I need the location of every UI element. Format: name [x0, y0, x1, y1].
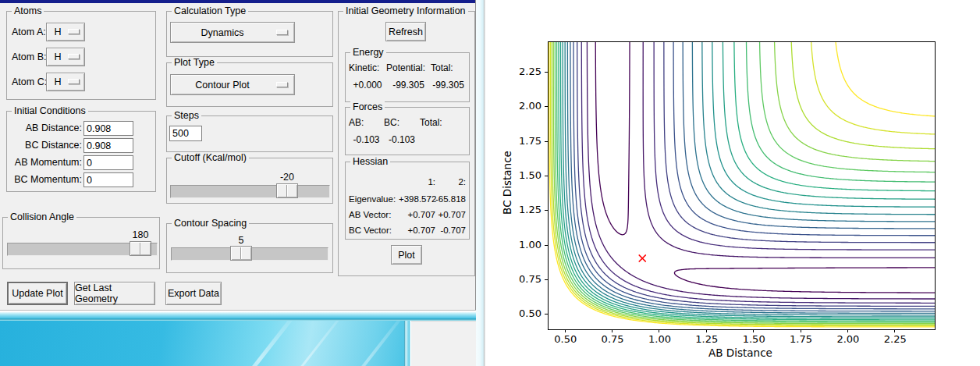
energy-header: Total:	[431, 62, 466, 73]
hessian-title: Hessian	[350, 156, 390, 168]
calculation-type-dropdown[interactable]: Dynamics	[170, 22, 295, 43]
energy-group: Energy Kinetic:Potential:Total: +0.000-9…	[345, 52, 470, 102]
dropdown-indicator-icon	[276, 30, 288, 35]
contour-spacing-slider-handle[interactable]	[230, 246, 252, 261]
initial-conditions-group: Initial Conditions AB Distance:BC Distan…	[6, 111, 156, 192]
contour-spacing-value: 5	[239, 235, 244, 247]
y-tick-label: 2.00	[510, 100, 541, 112]
collision-angle-slider[interactable]	[7, 243, 158, 256]
atom-dropdown-c[interactable]: H	[46, 73, 85, 91]
initial-condition-label: AB Distance:	[9, 123, 82, 134]
screen: { "window": { "atoms": { "title": "Atoms…	[0, 0, 980, 366]
atom-dropdown-value: H	[54, 76, 61, 87]
refresh-button[interactable]: Refresh	[385, 22, 426, 41]
forces-title: Forces	[350, 101, 385, 113]
hessian-cell: +0.707	[399, 225, 435, 236]
initial-condition-label: AB Momentum:	[9, 157, 82, 169]
wallpaper-streak	[219, 321, 299, 366]
cutoff-value: -20	[280, 172, 294, 183]
atom-row-label: Atom A:	[12, 27, 46, 38]
contour-plot-window: 0.500.751.001.251.501.752.002.250.500.75…	[476, 0, 980, 366]
cutoff-slider-handle[interactable]	[276, 183, 298, 198]
x-tick-label: 0.75	[602, 333, 624, 345]
initial-geometry-group: Initial Geometry Information Refresh Ene…	[338, 11, 475, 276]
atom-dropdown-a[interactable]: H	[46, 23, 85, 41]
x-tick-mark	[847, 329, 848, 332]
update-plot-button[interactable]: Update Plot	[7, 282, 68, 305]
atom-dropdown-b[interactable]: H	[46, 48, 85, 66]
forces-value: -0.103	[349, 134, 384, 145]
plot-type-group: Plot Type Contour Plot	[166, 62, 333, 107]
initial-condition-input-0[interactable]	[83, 121, 133, 136]
y-tick-mark	[545, 176, 548, 176]
y-tick-mark	[545, 106, 548, 107]
atom-dropdown-value: H	[54, 52, 61, 62]
hessian-cell: +0.707	[435, 209, 466, 220]
energy-header: Potential:	[386, 62, 431, 73]
y-tick-label: 0.50	[510, 307, 541, 319]
energy-value: -99.305	[431, 80, 466, 91]
y-tick-mark	[545, 72, 548, 73]
dropdown-indicator-icon	[276, 82, 288, 87]
forces-value	[420, 134, 466, 145]
y-tick-label: 0.75	[510, 273, 541, 285]
dropdown-indicator-icon	[68, 29, 80, 34]
atom-dropdown-value: H	[54, 27, 61, 37]
hessian-header-cell: 1:	[399, 176, 435, 187]
x-tick-label: 1.00	[648, 333, 671, 345]
hessian-cell: -65.818	[435, 194, 466, 204]
plot-type-title: Plot Type	[172, 57, 217, 69]
x-tick-mark	[753, 329, 754, 332]
x-tick-label: 1.25	[695, 333, 718, 345]
collision-angle-title: Collision Angle	[8, 211, 76, 223]
initial-condition-input-2[interactable]	[83, 155, 133, 170]
cutoff-slider[interactable]	[170, 185, 330, 198]
export-data-button[interactable]: Export Data	[165, 282, 222, 305]
energy-value: -99.305	[386, 80, 431, 91]
contour-spacing-slider[interactable]	[171, 247, 328, 261]
hessian-cell: AB Vector:	[349, 209, 399, 220]
y-axis-label: BC Distance	[501, 136, 513, 229]
dropdown-indicator-icon	[68, 79, 80, 84]
x-tick-mark	[894, 329, 895, 332]
window-top-border	[0, 0, 475, 3]
steps-title: Steps	[172, 110, 201, 122]
energy-title: Energy	[350, 47, 386, 59]
hessian-row: Eigenvalue:+398.572-65.818	[349, 194, 466, 204]
atoms-group-title: Atoms	[12, 5, 44, 17]
hessian-cell: -0.707	[435, 225, 466, 236]
initial-condition-input-1[interactable]	[83, 138, 133, 153]
y-tick-mark	[545, 141, 548, 142]
energy-value: +0.000	[349, 80, 386, 91]
steps-input[interactable]	[169, 126, 202, 141]
y-tick-mark	[545, 314, 548, 314]
get-last-geometry-button[interactable]: Get Last Geometry	[74, 282, 155, 305]
plot-type-value: Contour Plot	[195, 80, 249, 91]
hessian-header-row: 1: 2:	[349, 176, 466, 187]
plot-button[interactable]: Plot	[391, 245, 422, 265]
atom-row-label: Atom B:	[12, 52, 46, 63]
collision-angle-group: Collision Angle 180	[2, 217, 160, 269]
forces-group: Forces AB:BC:Total: -0.103-0.103	[345, 107, 470, 155]
x-tick-mark	[565, 329, 566, 332]
collision-angle-slider-handle[interactable]	[130, 241, 151, 256]
window-glass-edge	[476, 0, 485, 366]
cutoff-title: Cutoff (Kcal/mol)	[172, 152, 249, 164]
x-tick-mark	[612, 329, 612, 332]
contour-plot-canvas	[548, 41, 936, 330]
hessian-cell: +398.572	[399, 194, 435, 204]
initial-condition-input-3[interactable]	[83, 172, 133, 187]
y-tick-label: 1.25	[510, 204, 541, 215]
initial-condition-label: BC Distance:	[9, 140, 82, 151]
wallpaper-streak	[324, 321, 404, 366]
collision-angle-value: 180	[133, 229, 149, 241]
x-tick-label: 2.00	[836, 333, 859, 345]
hessian-header-cell: 2:	[435, 176, 466, 187]
energy-header: Kinetic:	[349, 62, 386, 73]
x-tick-mark	[706, 329, 707, 332]
steps-group: Steps	[166, 115, 333, 152]
plot-type-dropdown[interactable]: Contour Plot	[170, 74, 295, 95]
y-tick-mark	[545, 279, 548, 280]
y-tick-label: 1.50	[510, 169, 541, 181]
calculation-type-group: Calculation Type Dynamics	[166, 11, 333, 57]
